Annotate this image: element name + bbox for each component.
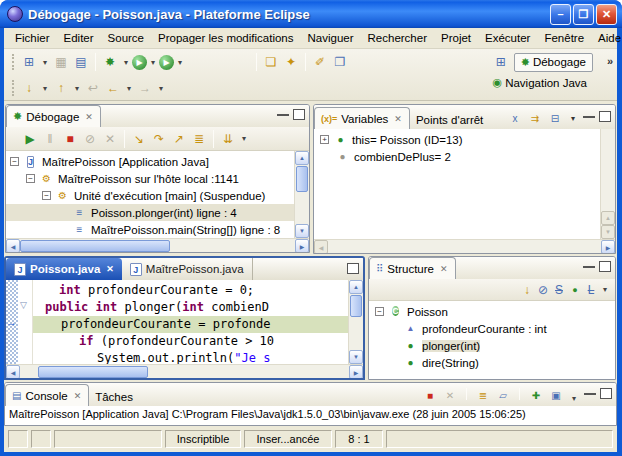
show-logical-structure-button[interactable]: ⇉ xyxy=(527,111,543,125)
scroll-up-icon[interactable]: ▲ xyxy=(349,280,363,294)
tab-poisson-java[interactable]: J Poisson.java ✕ xyxy=(6,258,122,280)
tree-row-method[interactable]: ● plonger(int) xyxy=(369,337,615,354)
new-wizard-button[interactable]: ⊞ xyxy=(19,52,39,72)
tab-tasks[interactable]: Tâches xyxy=(89,388,140,406)
view-maximize-icon[interactable] xyxy=(600,388,612,399)
close-icon[interactable]: ✕ xyxy=(440,264,448,274)
open-task-button[interactable]: ❐ xyxy=(330,52,350,72)
external-tools-button[interactable]: ▶ xyxy=(159,55,174,70)
disconnect-button[interactable]: ⊘ xyxy=(80,129,100,149)
scroll-down-icon[interactable]: ▼ xyxy=(295,224,309,238)
code-line[interactable]: if (profondeurCourante > 10 xyxy=(33,333,348,350)
console-output[interactable]: MaîtrePoisson [Application Java] C:\Prog… xyxy=(5,406,616,425)
fold-expanded-icon[interactable]: ▽ xyxy=(20,300,27,310)
expander-icon[interactable]: − xyxy=(375,307,384,316)
variable-row-this[interactable]: + ● this= Poisson (ID=13) xyxy=(314,131,600,148)
show-type-names-button[interactable]: x xyxy=(507,111,523,125)
code-line[interactable]: int profondeurCourante = 0; xyxy=(33,282,348,299)
scroll-right-icon[interactable]: ▶ xyxy=(601,240,615,254)
open-console-button[interactable]: ▣ xyxy=(548,388,564,402)
remove-all-launches-button[interactable]: ✕ xyxy=(442,388,458,402)
view-menu-icon[interactable]: ▾ xyxy=(599,280,611,300)
view-minimize-icon[interactable] xyxy=(584,388,596,395)
scroll-right-icon[interactable]: ▶ xyxy=(349,365,363,379)
code-line[interactable]: public int plonger(int combienD xyxy=(33,299,348,316)
run-button[interactable]: ▶ xyxy=(132,55,147,70)
scroll-left-icon[interactable]: ◀ xyxy=(6,239,20,253)
step-filters-button[interactable]: ≣ xyxy=(189,129,209,149)
tree-row-method[interactable]: ● dire(String) xyxy=(369,354,615,371)
next-annotation-dropdown-icon[interactable]: ▾ xyxy=(39,78,51,98)
editor-folding-gutter[interactable]: ▽ xyxy=(18,280,33,364)
view-minimize-icon[interactable] xyxy=(583,261,595,268)
variable-row-combiendeplus[interactable]: ● combienDePlus= 2 xyxy=(314,148,600,165)
search-button[interactable]: ✦ xyxy=(281,52,301,72)
maximize-button[interactable]: ❐ xyxy=(573,4,594,25)
vertical-scrollbar[interactable]: ▲ ▼ xyxy=(600,129,615,239)
hide-static-button[interactable]: S xyxy=(551,280,567,300)
back-button[interactable]: ← xyxy=(103,78,123,98)
scroll-lock-button[interactable]: ≣ xyxy=(475,388,491,402)
tree-row-thread[interactable]: − ⚙ Unité d'exécution [main] (Suspendue) xyxy=(6,187,294,204)
vertical-scrollbar[interactable]: ▲ ▼ xyxy=(348,280,363,364)
code-editor[interactable]: int profondeurCourante = 0; public int p… xyxy=(33,280,348,364)
scroll-thumb[interactable] xyxy=(350,295,362,317)
previous-annotation-dropdown-icon[interactable]: ▾ xyxy=(71,78,83,98)
remove-terminated-button[interactable]: ✕ xyxy=(100,129,120,149)
horizontal-scrollbar[interactable]: ◀ ▶ xyxy=(6,364,363,378)
close-icon[interactable]: ✕ xyxy=(106,264,114,274)
menu-editer[interactable]: Editer xyxy=(57,30,101,46)
external-tools-dropdown-icon[interactable]: ▾ xyxy=(174,52,186,72)
perspective-debug-button[interactable]: ✸ Débogage xyxy=(514,53,593,72)
expander-icon[interactable]: + xyxy=(320,135,329,144)
menu-aide[interactable]: Aide xyxy=(591,30,622,46)
console-terminate-button[interactable]: ■ xyxy=(422,388,438,402)
horizontal-scrollbar[interactable]: ◀ ▶ xyxy=(6,238,309,252)
hide-local-types-button[interactable]: L xyxy=(583,280,599,300)
view-menu-icon[interactable]: ▾ xyxy=(567,111,579,125)
collapse-all-button[interactable]: ⊟ xyxy=(547,111,563,125)
title-bar[interactable]: Débogage - Poisson.java - Plateforme Ecl… xyxy=(0,0,622,28)
scroll-right-icon[interactable]: ▶ xyxy=(295,239,309,253)
new-dropdown-icon[interactable]: ▾ xyxy=(39,52,51,72)
tab-structure[interactable]: ⠿ Structure ✕ xyxy=(369,257,456,279)
vertical-scrollbar[interactable]: ▲ ▼ xyxy=(294,151,309,238)
tree-row-class[interactable]: − C Poisson xyxy=(369,303,615,320)
tab-maitrepoisson-java[interactable]: J MaîtrePoisson.java xyxy=(122,258,253,280)
forward-button[interactable]: → xyxy=(135,78,155,98)
toolbar-grip[interactable] xyxy=(12,80,15,96)
step-return-button[interactable]: ↗ xyxy=(169,129,189,149)
tree-row-vm[interactable]: − ⚙ MaîtrePoisson sur l'hôte local :1141 xyxy=(6,170,294,187)
menu-projet[interactable]: Projet xyxy=(434,30,478,46)
pin-console-button[interactable]: ✚ xyxy=(528,388,544,402)
scroll-up-icon[interactable]: ▲ xyxy=(295,151,309,165)
open-perspective-button[interactable]: ⊞ xyxy=(491,52,511,72)
menu-source[interactable]: Source xyxy=(101,30,151,46)
tab-debug-view[interactable]: ✸ Débogage ✕ xyxy=(6,105,101,127)
debug-dropdown-icon[interactable]: ▾ xyxy=(120,52,132,72)
view-maximize-icon[interactable] xyxy=(599,261,611,272)
tab-console[interactable]: ▤ Console ✕ xyxy=(5,384,89,406)
hide-non-public-button[interactable]: ● xyxy=(567,280,583,300)
next-annotation-button[interactable]: ↓ xyxy=(19,78,39,98)
view-menu-icon[interactable]: ▾ xyxy=(238,129,250,149)
view-minimize-icon[interactable] xyxy=(583,111,595,118)
previous-annotation-button[interactable]: ↑ xyxy=(51,78,71,98)
close-icon[interactable]: ✕ xyxy=(394,114,402,124)
minimize-button[interactable]: – xyxy=(550,4,571,25)
tree-row-launch[interactable]: − J MaîtrePoisson [Application Java] xyxy=(6,153,294,170)
perspective-java-nav-button[interactable]: ◉ Navigation Java xyxy=(487,74,593,91)
view-minimize-icon[interactable] xyxy=(277,109,289,116)
step-into-button[interactable]: ↘ xyxy=(129,129,149,149)
scroll-up-icon[interactable]: ▲ xyxy=(601,211,615,225)
toolbar-grip[interactable] xyxy=(12,54,15,70)
step-over-button[interactable]: ↷ xyxy=(149,129,169,149)
suspend-button[interactable]: ‖ xyxy=(40,129,60,149)
terminate-button[interactable]: ■ xyxy=(60,129,80,149)
last-edit-location-button[interactable]: ↩ xyxy=(83,78,103,98)
horizontal-scrollbar[interactable]: ◀ ▶ xyxy=(314,239,615,253)
tab-variables[interactable]: (x)= Variables ✕ xyxy=(314,107,410,129)
clear-console-button[interactable]: ▱ xyxy=(495,388,511,402)
close-icon[interactable]: ✕ xyxy=(74,391,82,401)
forward-dropdown-icon[interactable]: ▾ xyxy=(155,78,167,98)
